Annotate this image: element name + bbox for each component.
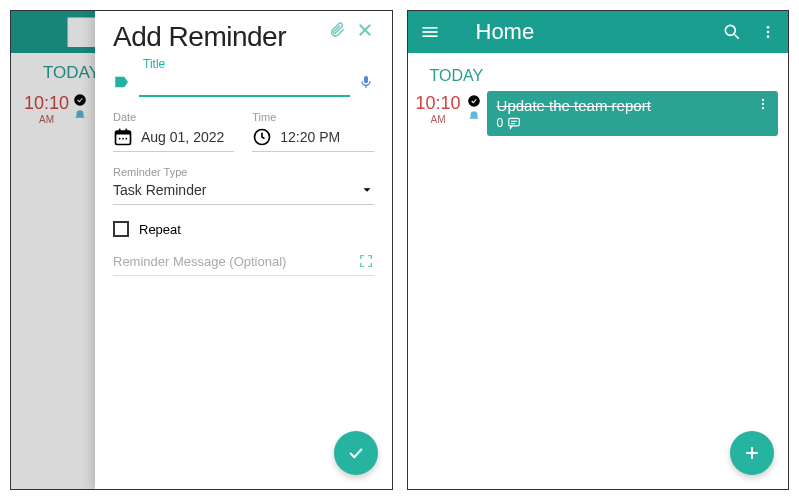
page-title: Home: [476, 19, 705, 45]
repeat-label: Repeat: [139, 222, 181, 237]
modal-title: Add Reminder: [113, 21, 286, 53]
card-more-icon[interactable]: [756, 97, 770, 111]
svg-point-23: [468, 95, 480, 107]
message-input[interactable]: Reminder Message (Optional): [113, 253, 374, 276]
svg-point-12: [122, 138, 124, 140]
menu-icon[interactable]: [420, 22, 440, 42]
svg-rect-24: [509, 118, 520, 126]
check-icon: [467, 94, 481, 108]
svg-point-18: [725, 25, 735, 35]
svg-point-11: [119, 138, 121, 140]
repeat-checkbox[interactable]: [113, 221, 129, 237]
today-label: TODAY: [430, 67, 789, 85]
comment-icon: [507, 116, 521, 130]
title-label: Title: [143, 57, 374, 71]
svg-point-20: [767, 26, 770, 29]
svg-point-28: [762, 103, 764, 105]
mic-icon[interactable]: [358, 74, 374, 90]
time-picker[interactable]: 12:20 PM: [252, 127, 373, 152]
svg-point-13: [126, 138, 128, 140]
type-label: Reminder Type: [113, 166, 374, 178]
clock-icon: [252, 127, 272, 147]
calendar-icon: [113, 127, 133, 147]
svg-rect-8: [116, 131, 131, 134]
bell-icon: [467, 110, 481, 124]
comment-count: 0: [497, 116, 504, 130]
add-reminder-modal: Add Reminder Title Date Aug 01, 2022: [95, 11, 392, 489]
attachment-icon[interactable]: [328, 21, 346, 39]
svg-point-21: [767, 31, 770, 34]
type-select[interactable]: Task Reminder: [113, 182, 374, 205]
time-label: Time: [252, 111, 373, 123]
task-ampm: AM: [416, 114, 461, 125]
svg-point-27: [762, 99, 764, 101]
type-value: Task Reminder: [113, 182, 206, 198]
task-card[interactable]: Update the team report 0: [487, 91, 778, 136]
date-picker[interactable]: Aug 01, 2022: [113, 127, 234, 152]
svg-point-29: [762, 107, 764, 109]
title-input[interactable]: [139, 71, 350, 97]
plus-icon: [742, 443, 762, 463]
check-icon: [346, 443, 366, 463]
search-icon[interactable]: [722, 22, 742, 42]
time-value: 12:20 PM: [280, 129, 340, 145]
add-button[interactable]: [730, 431, 774, 475]
svg-line-19: [735, 35, 739, 39]
more-icon[interactable]: [760, 22, 776, 42]
message-placeholder: Reminder Message (Optional): [113, 254, 286, 269]
tag-icon: [113, 73, 131, 91]
date-label: Date: [113, 111, 234, 123]
task-row: 10:10 AM Update the team report 0: [408, 91, 789, 136]
svg-point-22: [767, 35, 770, 38]
svg-rect-6: [364, 76, 368, 83]
close-icon[interactable]: [356, 21, 374, 39]
task-title: Update the team report: [497, 97, 770, 114]
confirm-button[interactable]: [334, 431, 378, 475]
chevron-down-icon: [360, 183, 374, 197]
expand-icon[interactable]: [358, 253, 374, 269]
date-value: Aug 01, 2022: [141, 129, 224, 145]
task-time: 10:10: [416, 93, 461, 114]
